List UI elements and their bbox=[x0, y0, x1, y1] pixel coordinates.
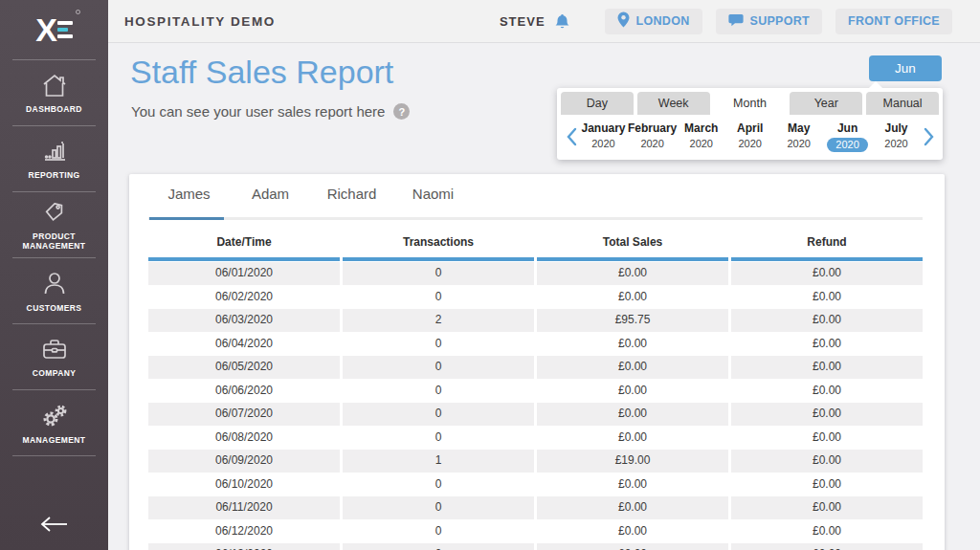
picker-tab-year[interactable]: Year bbox=[790, 92, 862, 115]
table-cell: 0 bbox=[343, 427, 534, 450]
sidebar-item-reporting[interactable]: REPORTING bbox=[0, 126, 108, 191]
table-cell: 06/01/2020 bbox=[148, 262, 340, 285]
table-cell: £0.00 bbox=[537, 262, 728, 285]
staff-tab-james[interactable]: James bbox=[148, 186, 230, 217]
table-cell: £0.00 bbox=[537, 380, 728, 403]
picker-tab-week[interactable]: Week bbox=[637, 92, 710, 115]
table-cell: 06/08/2020 bbox=[148, 427, 340, 450]
month-item-march[interactable]: March2020 bbox=[677, 121, 725, 152]
picker-tab-month[interactable]: Month bbox=[714, 92, 787, 115]
chevron-right-icon[interactable] bbox=[921, 127, 936, 146]
table-row: 06/01/20200£0.00£0.00 bbox=[148, 262, 923, 285]
table-cell: £0.00 bbox=[731, 496, 923, 519]
table-cell: £95.75 bbox=[537, 309, 728, 332]
brand-logo[interactable]: X bbox=[0, 0, 108, 59]
table-cell: £0.00 bbox=[731, 403, 923, 426]
home-icon bbox=[40, 72, 69, 99]
sidebar-item-company[interactable]: COMPANY bbox=[0, 324, 108, 389]
table-cell: £0.00 bbox=[731, 262, 923, 285]
month-year: 2020 bbox=[628, 138, 677, 149]
sidebar-item-product-management[interactable]: PRODUCT MANAGEMENT bbox=[0, 192, 108, 257]
column-header: Total Sales bbox=[537, 235, 728, 261]
date-picker-panel: DayWeekMonthYearManual January2020Februa… bbox=[557, 88, 943, 160]
notification-bell-icon[interactable] bbox=[554, 12, 570, 31]
sidebar-item-label: PRODUCT MANAGEMENT bbox=[0, 231, 108, 251]
sidebar-item-dashboard[interactable]: DASHBOARD bbox=[0, 60, 108, 125]
month-year: 2020 bbox=[823, 138, 872, 152]
table-cell: £0.00 bbox=[731, 520, 923, 543]
table-row: 06/04/20200£0.00£0.00 bbox=[148, 333, 923, 356]
table-cell: £0.00 bbox=[537, 356, 728, 379]
chevron-left-icon[interactable] bbox=[564, 127, 579, 146]
table-row: 06/08/20200£0.00£0.00 bbox=[148, 427, 923, 450]
table-cell: £0.00 bbox=[731, 333, 923, 356]
table-header-row: Date/TimeTransactionsTotal SalesRefund bbox=[148, 235, 923, 261]
table-cell: 06/09/2020 bbox=[148, 450, 340, 473]
logo-x-glyph: X bbox=[35, 13, 56, 46]
logo-e-glyph bbox=[57, 21, 73, 38]
sidebar-item-customers[interactable]: CUSTOMERS bbox=[0, 258, 108, 323]
table-cell: 0 bbox=[343, 496, 534, 519]
active-tab-underline bbox=[149, 217, 224, 220]
table-cell: 06/11/2020 bbox=[148, 496, 340, 519]
table-cell: 06/13/2020 bbox=[148, 543, 340, 550]
table-row: 06/06/20200£0.00£0.00 bbox=[148, 380, 923, 403]
staff-tab-adam[interactable]: Adam bbox=[230, 186, 311, 217]
sidebar-item-label: REPORTING bbox=[26, 170, 81, 180]
column-header: Transactions bbox=[343, 235, 534, 261]
table-cell: £0.00 bbox=[537, 333, 728, 356]
staff-tab-naomi[interactable]: Naomi bbox=[392, 186, 474, 217]
support-button[interactable]: SUPPORT bbox=[716, 9, 823, 34]
person-icon bbox=[40, 269, 69, 297]
table-cell: £0.00 bbox=[731, 380, 923, 403]
table-cell: £0.00 bbox=[537, 543, 728, 550]
topbar: HOSPITALITY DEMO STEVE LONDON SUPPORT bbox=[108, 0, 980, 43]
month-item-april[interactable]: April2020 bbox=[725, 121, 774, 152]
month-item-may[interactable]: May2020 bbox=[774, 121, 823, 152]
table-row: 06/09/20201£19.00£0.00 bbox=[148, 450, 923, 473]
gears-icon bbox=[38, 401, 71, 429]
front-office-button[interactable]: FRONT OFFICE bbox=[835, 9, 952, 34]
table-cell: 0 bbox=[343, 333, 534, 356]
month-item-february[interactable]: February2020 bbox=[628, 121, 677, 152]
table-cell: 0 bbox=[343, 380, 534, 403]
picker-tabs: DayWeekMonthYearManual bbox=[557, 88, 943, 115]
staff-tab-track bbox=[148, 217, 923, 220]
support-button-label: SUPPORT bbox=[750, 14, 811, 28]
month-item-july[interactable]: July2020 bbox=[872, 121, 921, 152]
sidebar-item-management[interactable]: MANAGEMENT bbox=[0, 390, 108, 455]
staff-tab-richard[interactable]: Richard bbox=[311, 186, 392, 217]
table-cell: £0.00 bbox=[537, 403, 728, 426]
month-year: 2020 bbox=[579, 138, 628, 149]
table-cell: £0.00 bbox=[537, 473, 728, 496]
picker-tab-manual[interactable]: Manual bbox=[866, 92, 939, 115]
table-row: 06/02/20200£0.00£0.00 bbox=[148, 286, 923, 309]
selected-month-button[interactable]: Jun bbox=[869, 55, 942, 81]
column-header: Date/Time bbox=[148, 235, 340, 261]
briefcase-icon bbox=[39, 336, 70, 363]
month-name: February bbox=[628, 121, 677, 135]
month-year: 2020 bbox=[774, 138, 823, 149]
month-item-january[interactable]: January2020 bbox=[579, 121, 628, 152]
table-cell: 2 bbox=[343, 309, 534, 332]
location-button[interactable]: LONDON bbox=[605, 9, 702, 34]
table-row: 06/11/20200£0.00£0.00 bbox=[148, 496, 923, 519]
table-cell: £0.00 bbox=[537, 427, 728, 450]
user-name[interactable]: STEVE bbox=[500, 14, 546, 29]
table-cell: 06/10/2020 bbox=[148, 473, 340, 496]
table-cell: 06/05/2020 bbox=[148, 356, 340, 379]
page-subtitle-row: You can see your user sales report here … bbox=[131, 103, 410, 120]
table-cell: £0.00 bbox=[731, 356, 923, 379]
month-item-jun[interactable]: Jun2020 bbox=[823, 121, 872, 152]
help-icon[interactable]: ? bbox=[393, 103, 410, 120]
app-screen: X DASHBOARD bbox=[0, 0, 980, 550]
registered-mark-icon bbox=[76, 10, 80, 14]
back-button[interactable] bbox=[0, 514, 108, 539]
sidebar-item-label: DASHBOARD bbox=[24, 104, 84, 114]
panel-notch bbox=[868, 81, 883, 89]
table-cell: £0.00 bbox=[537, 496, 728, 519]
left-arrow-icon bbox=[33, 514, 76, 539]
table-cell: 1 bbox=[343, 450, 534, 473]
picker-tab-day[interactable]: Day bbox=[561, 92, 634, 115]
table-cell: 0 bbox=[343, 543, 534, 550]
